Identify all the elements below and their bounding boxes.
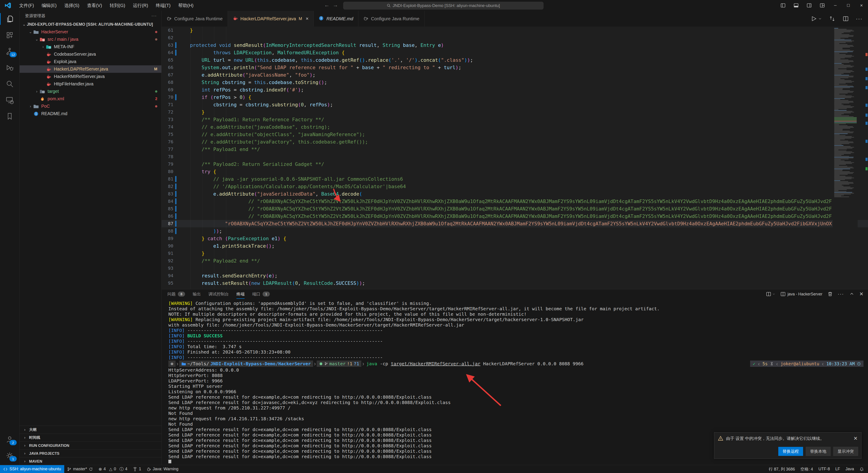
maximize-panel-icon[interactable] <box>849 291 855 297</box>
code-editor[interactable]: 61 }6263 protected void sendResult(InMem… <box>162 27 868 289</box>
menu-item-7[interactable]: 帮助(H) <box>175 0 197 11</box>
back-icon[interactable]: ← <box>324 2 330 8</box>
tree-item-hackerserver[interactable]: ⌄HackerServer <box>20 28 161 36</box>
terminal-line: [INFO] ---------------------------------… <box>168 339 864 344</box>
sidebar-section-3[interactable]: ›JAVA PROJECTS <box>20 449 161 457</box>
tab-configure-java-runtime[interactable]: Configure Java Runtime <box>162 11 228 27</box>
tree-item-poc[interactable]: ›PoC <box>20 102 161 110</box>
title-bar: 文件(F)编辑(E)选择(S)查看(V)转到(G)运行(R)终端(T)帮助(H)… <box>0 0 868 11</box>
status-right-item-4[interactable]: Java <box>843 465 857 473</box>
toggle-panel-icon[interactable] <box>789 0 803 11</box>
notification-button-0[interactable]: 替换远程 <box>778 447 803 456</box>
tab-configure-java-runtime[interactable]: Configure Java Runtime <box>359 11 425 27</box>
code-line-78: 78 <box>162 153 868 160</box>
status-right-item-0[interactable]: 行 87, 列 3686 <box>766 465 798 473</box>
terminal-line: with assembly file: /home/joker/Tools/JN… <box>168 322 864 328</box>
activity-run-debug[interactable] <box>0 60 20 76</box>
maximize-button[interactable]: ☐ <box>842 0 855 11</box>
line-number: 75 <box>162 131 173 138</box>
tree-item-codebaseserver-java[interactable]: CodebaseServer.java <box>20 51 161 58</box>
menu-item-6[interactable]: 终端(T) <box>152 0 175 11</box>
close-panel-icon[interactable]: ✕ <box>860 291 864 297</box>
panel-tab-0[interactable]: 问题8 <box>167 289 185 299</box>
panel-tab-3[interactable]: 终端 <box>237 289 245 299</box>
ports-indicator[interactable]: 1 <box>130 465 144 473</box>
panel-tab-2[interactable]: 调试控制台 <box>209 289 229 299</box>
prompt-status-segment: ⊗ <box>168 360 176 367</box>
minimap[interactable] <box>833 27 858 289</box>
split-editor-icon[interactable] <box>842 15 849 22</box>
toggle-secondary-sidebar-icon[interactable] <box>803 0 816 11</box>
menu-item-5[interactable]: 运行(R) <box>129 0 152 11</box>
terminal-selector[interactable]: java - HackerServer <box>780 291 823 297</box>
bell-icon[interactable] <box>857 465 867 473</box>
problems-indicator[interactable]: ⊗4 △0 ⓘ4 <box>96 465 130 473</box>
activity-search[interactable] <box>0 76 20 92</box>
code-text: /** Payload1 end **/ <box>178 146 832 153</box>
tree-item-exploit-java[interactable]: Exploit.java <box>20 58 161 65</box>
branch-indicator[interactable]: master* <box>64 465 96 473</box>
split-terminal-button[interactable] <box>766 291 775 297</box>
command-center[interactable]: JNDI-Exploit-Bypass-Demo [SSH: aliyun-ma… <box>343 2 544 9</box>
sidebar-section-4[interactable]: ›MAVEN <box>20 457 161 465</box>
java-status[interactable]: Java: Warning <box>144 465 181 473</box>
tab-file-icon <box>363 16 368 22</box>
activity-source-control[interactable]: 12 <box>0 43 20 60</box>
status-right-item-1[interactable]: 空格: 4 <box>798 465 816 473</box>
sidebar-section-0[interactable]: ›大纲 <box>20 426 161 434</box>
tree-item-target[interactable]: ›target <box>20 88 161 95</box>
panel-tab-4[interactable]: 端口1 <box>252 289 270 299</box>
sidebar-section-label: JAVA PROJECTS <box>29 451 59 455</box>
activity-remote-explorer[interactable] <box>0 92 20 108</box>
tab-hackerldaprefserver-java[interactable]: HackerLDAPRefServer.javaM× <box>228 11 314 27</box>
tree-item-pom-xml[interactable]: pom.xml2 <box>20 95 161 102</box>
terminal-line: [INFO] Finished at: 2024-05-26T10:33:23+… <box>168 349 864 355</box>
editor-more-icon[interactable]: ··· <box>856 15 863 22</box>
remote-indicator[interactable]: SSH: aliyun-machine-ubuntu <box>0 465 64 473</box>
tree-item-readme-md[interactable]: README.md <box>20 110 161 117</box>
sidebar-more-icon[interactable]: ··· <box>152 13 157 18</box>
menu-item-0[interactable]: 文件(F) <box>15 0 38 11</box>
menu-item-1[interactable]: 编辑(E) <box>38 0 61 11</box>
sidebar-section-1[interactable]: ›时间线 <box>20 434 161 441</box>
project-root-row[interactable]: ⌄ JNDI-EXPLOIT-BYPASS-DEMO [SSH: ALIYUN-… <box>20 21 161 28</box>
status-right-item-3[interactable]: LF <box>833 465 843 473</box>
menu-item-4[interactable]: 转到(G) <box>106 0 129 11</box>
sidebar-section-2[interactable]: ›RUN CONFIGURATION <box>20 441 161 449</box>
tree-item-meta-inf[interactable]: ›META-INF <box>20 43 161 51</box>
status-right-item-2[interactable]: UTF-8 <box>816 465 833 473</box>
code-line-95: 95 result.setResult(new LDAPResult(0, Re… <box>162 279 868 287</box>
tab-close-icon[interactable]: × <box>306 16 309 22</box>
tree-item-httpfilehandler-java[interactable]: HttpFileHandler.java <box>20 80 161 88</box>
git-status-dot <box>155 31 157 33</box>
notification-button-2[interactable]: 显示冲突 <box>833 447 858 456</box>
activity-accounts[interactable]: 2 <box>0 431 20 447</box>
open-changes-icon[interactable] <box>829 15 836 22</box>
toggle-sidebar-icon[interactable] <box>776 0 789 11</box>
customize-layout-icon[interactable] <box>816 0 829 11</box>
forward-icon[interactable]: → <box>333 2 338 8</box>
activity-extensions[interactable] <box>0 27 20 43</box>
terminal-prompt[interactable]: ⊗›~/Tools/JNDI-Exploit-Bypass-Demo/Hacke… <box>168 360 864 367</box>
activity-bookmarks[interactable] <box>0 108 20 124</box>
run-java-button[interactable] <box>810 15 822 22</box>
line-number: 80 <box>162 168 173 175</box>
menu-item-2[interactable]: 选择(S) <box>60 0 83 11</box>
radio-tower-icon <box>133 467 137 471</box>
kill-terminal-icon[interactable] <box>828 291 833 297</box>
activity-settings[interactable]: 1 <box>0 447 20 464</box>
menu-item-3[interactable]: 查看(V) <box>83 0 106 11</box>
panel-tab-1[interactable]: 输出 <box>193 289 201 299</box>
tab-label: Configure Java Runtime <box>174 16 223 22</box>
minimize-button[interactable]: ─ <box>829 0 842 11</box>
tree-item-src-main-java[interactable]: ⌄src / main / java <box>20 36 161 43</box>
tree-item-hackerldaprefserver-java[interactable]: HackerLDAPRefServer.javaM <box>20 65 161 73</box>
terminal-selector-label: java - HackerServer <box>787 292 823 296</box>
close-icon[interactable]: ✕ <box>854 436 858 441</box>
notification-button-1[interactable]: 替换本地 <box>806 447 831 456</box>
panel-more-icon[interactable]: ··· <box>838 291 844 297</box>
activity-explorer[interactable] <box>0 11 20 27</box>
tab-readme-md[interactable]: README.md <box>314 11 359 27</box>
tree-item-hackerrmirefserver-java[interactable]: HackerRMIRefServer.java <box>20 73 161 80</box>
close-button[interactable]: ✕ <box>855 0 868 11</box>
